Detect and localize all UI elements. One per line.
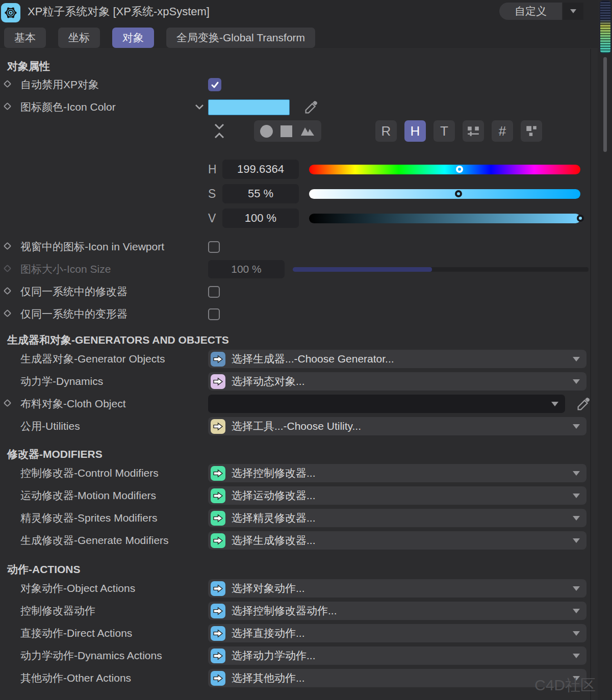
dropdown-caret-icon[interactable]	[573, 424, 580, 429]
eyedropper-icon[interactable]	[304, 99, 319, 115]
object-actions-label: 对象动作-Object Actions	[20, 581, 208, 595]
row-value: V 100 %	[0, 206, 612, 230]
check-icon	[211, 81, 219, 89]
sprites-modifiers-label: 精灵修改器-Sprites Modifiers	[20, 511, 208, 525]
swatches-mode-button[interactable]	[521, 120, 542, 142]
chevron-down-icon[interactable]	[195, 104, 204, 110]
auto-disable-checkbox[interactable]	[208, 78, 221, 91]
row-only-modifiers: 仅同一系统中的修改器	[0, 280, 612, 303]
temperature-mode-button[interactable]: T	[434, 120, 455, 142]
value-slider-knob[interactable]	[577, 215, 584, 222]
rgb-mode-button[interactable]: R	[375, 120, 397, 142]
choose-utility-label: 选择工具...-Choose Utility...	[232, 419, 361, 433]
tab-coordinates[interactable]: 坐标	[58, 28, 100, 48]
dropdown-caret-icon[interactable]	[573, 538, 580, 543]
choose-sprites-modifier-button[interactable]: 选择精灵修改器...	[208, 509, 586, 527]
choose-motion-modifier-button[interactable]: 选择运动修改器...	[208, 486, 586, 505]
collapse-icon[interactable]	[213, 123, 225, 139]
icon-color-swatch[interactable]	[208, 99, 290, 115]
choose-control-modifier-button[interactable]: 选择控制修改器...	[208, 464, 586, 482]
dropdown-caret-icon[interactable]	[573, 379, 580, 384]
hue-slider[interactable]	[309, 165, 580, 174]
row-dynamics: 动力学-Dynamics 选择动态对象...	[0, 370, 612, 393]
tab-global-transform[interactable]: 全局变换-Global Transform	[166, 28, 315, 48]
row-icon-color: 图标颜色-Icon Color	[0, 96, 612, 118]
icon-size-slider	[293, 267, 589, 272]
keyframe-diamond-icon[interactable]	[4, 287, 12, 295]
value-value-field[interactable]: 100 %	[222, 209, 299, 228]
dropdown-caret-icon[interactable]	[573, 516, 580, 521]
tab-basic[interactable]: 基本	[4, 28, 46, 48]
scrollbar-thumb-striped[interactable]	[600, 1, 611, 54]
choose-direct-action-button[interactable]: 选择直接动作...	[208, 624, 586, 642]
choose-object-action-button[interactable]: 选择对象动作...	[208, 579, 586, 598]
mixer-mode-button[interactable]	[463, 120, 484, 142]
saturation-value-field[interactable]: 55 %	[222, 184, 299, 203]
saturation-slider-knob[interactable]	[455, 190, 462, 197]
only-deformers-checkbox[interactable]	[208, 308, 220, 320]
choose-dynamics-action-label: 选择动力学动作...	[232, 649, 316, 663]
icon-size-label: 图标大小-Icon Size	[20, 262, 208, 276]
dropdown-caret-icon[interactable]	[573, 631, 580, 636]
only-modifiers-checkbox[interactable]	[208, 286, 220, 298]
dropdown-caret-icon[interactable]	[573, 494, 580, 498]
choose-generate-modifier-button[interactable]: 选择生成修改器...	[208, 531, 586, 550]
color-square-icon[interactable]	[280, 125, 292, 137]
hue-value-field[interactable]: 199.6364	[222, 160, 299, 179]
saturation-slider[interactable]	[309, 189, 580, 199]
scrollbar-thumb[interactable]	[603, 57, 607, 152]
choose-dynamics-button[interactable]: 选择动态对象...	[208, 372, 586, 391]
only-modifiers-label: 仅同一系统中的修改器	[20, 284, 208, 299]
choose-sprites-modifier-label: 选择精灵修改器...	[232, 511, 316, 525]
action-arrow-icon	[211, 649, 225, 663]
value-slider[interactable]	[309, 214, 580, 223]
tab-object[interactable]: 对象	[112, 28, 154, 48]
color-wheel-icon[interactable]	[260, 125, 273, 138]
dropdown-caret-icon[interactable]	[573, 471, 580, 476]
row-cloth-object: 布料对象-Cloth Object	[0, 393, 612, 415]
keyframe-diamond-icon[interactable]	[4, 102, 12, 111]
dropdown-caret-icon[interactable]	[573, 654, 580, 658]
keyframe-diamond-icon[interactable]	[4, 399, 12, 407]
dropdown-caret-icon[interactable]	[573, 609, 580, 613]
dropdown-caret-icon[interactable]	[573, 586, 580, 591]
row-saturation: S 55 %	[0, 182, 612, 206]
spectrum-icon[interactable]	[300, 125, 315, 137]
choose-control-modifier-action-label: 选择控制修改器动作...	[232, 604, 337, 618]
icon-color-label: 图标颜色-Icon Color	[20, 100, 208, 114]
choose-utility-button[interactable]: 选择工具...-Choose Utility...	[208, 417, 586, 435]
choose-dynamics-action-button[interactable]: 选择动力学动作...	[208, 646, 586, 665]
row-control-modifiers: 控制修改器-Control Modifiers 选择控制修改器...	[0, 462, 612, 484]
keyframe-diamond-icon[interactable]	[4, 80, 12, 88]
hue-slider-knob[interactable]	[456, 166, 463, 173]
preset-label[interactable]: 自定义	[499, 3, 562, 20]
preset-dropdown[interactable]: 自定义	[499, 3, 583, 20]
control-modifiers-label: 控制修改器-Control Modifiers	[20, 466, 208, 480]
eyedropper-icon[interactable]	[576, 396, 592, 411]
choose-generator-button[interactable]: 选择生成器...-Choose Generator...	[208, 350, 586, 368]
keyframe-diamond-icon[interactable]	[4, 309, 12, 318]
keyframe-diamond-icon[interactable]	[4, 242, 12, 250]
action-arrow-icon	[211, 581, 225, 596]
choose-control-modifier-label: 选择控制修改器...	[232, 466, 316, 480]
hsv-mode-button[interactable]: H	[404, 120, 426, 142]
action-arrow-icon	[211, 626, 225, 641]
row-generator-objects: 生成器对象-Generator Objects 选择生成器...-Choose …	[0, 348, 612, 370]
scrollbar-track[interactable]	[598, 0, 612, 700]
cloth-object-link-field[interactable]	[208, 395, 565, 413]
row-object-actions: 对象动作-Object Actions 选择对象动作...	[0, 577, 612, 600]
row-sprites-modifiers: 精灵修改器-Sprites Modifiers 选择精灵修改器...	[0, 507, 612, 529]
preset-caret-icon[interactable]	[563, 3, 583, 20]
row-only-deformers: 仅同一系统中的变形器	[0, 303, 612, 325]
dynamics-arrow-icon	[211, 374, 225, 389]
choose-other-action-button[interactable]: 选择其他动作...	[208, 669, 586, 687]
dropdown-caret-icon[interactable]	[551, 402, 558, 406]
hex-mode-button[interactable]: #	[492, 120, 513, 142]
hue-letter: H	[208, 163, 221, 176]
dropdown-caret-icon[interactable]	[573, 357, 580, 361]
icon-in-viewport-checkbox[interactable]	[208, 241, 220, 253]
row-dynamics-actions: 动力学动作-Dynamics Actions 选择动力学动作...	[0, 644, 612, 667]
section-modifiers: 修改器-MODIFIERS	[0, 447, 612, 462]
modifier-arrow-icon	[211, 533, 225, 548]
choose-control-modifier-action-button[interactable]: 选择控制修改器动作...	[208, 602, 586, 620]
